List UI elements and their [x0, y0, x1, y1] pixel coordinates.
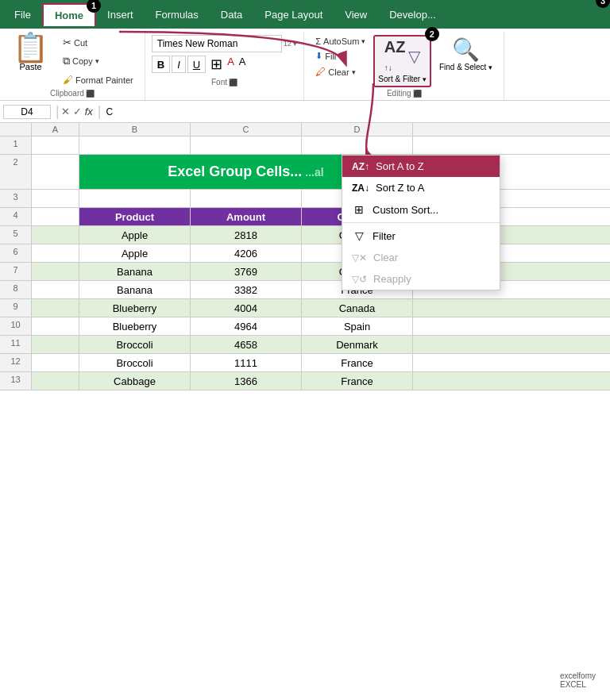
- format-painter-label: Format Painter: [75, 75, 133, 85]
- editing-arrow[interactable]: ⬛: [413, 90, 422, 98]
- font-group: 12 ▾ B I U ⊞ A A Font ⬛: [145, 32, 305, 100]
- cell-7c[interactable]: 3769: [191, 263, 302, 280]
- sort-filter-button[interactable]: AZ↑↓ ▽ Sort & Filter ▾: [373, 35, 431, 87]
- cell-1c[interactable]: [191, 137, 302, 154]
- font-label: Font ⬛: [152, 76, 298, 89]
- row-num-12: 12: [0, 354, 32, 371]
- cell-6a[interactable]: [32, 244, 79, 262]
- col-header-a[interactable]: A: [32, 123, 79, 136]
- cell-10b[interactable]: Blueberry: [79, 317, 191, 335]
- copy-icon: ⧉: [63, 55, 70, 67]
- formula-input[interactable]: [103, 106, 608, 118]
- format-painter-button[interactable]: 🖌 Format Painter: [58, 72, 138, 87]
- cell-4c-amount[interactable]: Amount: [191, 208, 302, 225]
- cell-ref[interactable]: D4: [3, 105, 51, 119]
- custom-sort-icon: ⊞: [352, 203, 366, 216]
- cell-4a[interactable]: [32, 208, 79, 225]
- tab-formulas[interactable]: Formulas: [145, 4, 210, 25]
- cell-8c[interactable]: 3382: [191, 281, 302, 298]
- cell-4b-product[interactable]: Product: [79, 208, 191, 225]
- cell-6b[interactable]: Apple: [79, 244, 191, 262]
- row-num-9: 9: [0, 299, 32, 317]
- cell-3a[interactable]: [32, 190, 79, 207]
- cell-12d[interactable]: France: [302, 354, 413, 371]
- row-1: 1: [0, 137, 610, 155]
- cell-11a[interactable]: [32, 336, 79, 353]
- cell-2a[interactable]: [32, 155, 79, 189]
- cell-12b[interactable]: Broccoli: [79, 354, 191, 371]
- cell-9d[interactable]: Canada: [302, 299, 413, 317]
- cell-12a[interactable]: [32, 354, 79, 371]
- cancel-formula-icon[interactable]: ✕: [61, 106, 70, 117]
- font-color-btn[interactable]: A: [239, 56, 246, 73]
- cell-3c[interactable]: [191, 190, 302, 207]
- cell-13d[interactable]: France: [302, 372, 413, 390]
- cell-8b[interactable]: Banana: [79, 281, 191, 298]
- tab-file[interactable]: File: [3, 4, 42, 25]
- cell-1d[interactable]: [302, 137, 413, 154]
- border-btn[interactable]: ⊞: [210, 56, 222, 73]
- cell-5b[interactable]: Apple: [79, 226, 191, 244]
- italic-button[interactable]: I: [172, 56, 186, 73]
- row-num-1: 1: [0, 137, 32, 154]
- cell-7b[interactable]: Banana: [79, 263, 191, 280]
- cell-5c[interactable]: 2818: [191, 226, 302, 244]
- row-num-7: 7: [0, 263, 32, 280]
- fill-color-btn[interactable]: A: [227, 56, 234, 73]
- cell-13c[interactable]: 1366: [191, 372, 302, 390]
- tab-home[interactable]: Home 1: [42, 3, 96, 26]
- tab-insert[interactable]: Insert: [96, 4, 145, 25]
- dropdown-filter[interactable]: ▽ Filter: [342, 225, 500, 247]
- cell-11d[interactable]: Denmark: [302, 336, 413, 353]
- tab-view[interactable]: View: [334, 4, 378, 25]
- cell-11b[interactable]: Broccoli: [79, 336, 191, 353]
- tab-page-layout[interactable]: Page Layout: [253, 4, 334, 25]
- cell-1b[interactable]: [79, 137, 191, 154]
- dropdown-reapply: ▽↺ Reapply: [342, 268, 500, 290]
- autosum-button[interactable]: Σ AutoSum ▾: [311, 35, 370, 48]
- cell-9b[interactable]: Blueberry: [79, 299, 191, 317]
- cell-9a[interactable]: [32, 299, 79, 317]
- paste-button[interactable]: 📋 Paste: [6, 32, 55, 87]
- dropdown-sort-a-to-z[interactable]: AZ↑ Sort A to Z: [342, 156, 500, 177]
- col-header-d[interactable]: D: [302, 123, 413, 136]
- cell-12c[interactable]: 1111: [191, 354, 302, 371]
- bold-button[interactable]: B: [152, 56, 170, 73]
- confirm-formula-icon[interactable]: ✓: [73, 106, 82, 117]
- autosum-label: AutoSum: [323, 37, 359, 46]
- sort-za-icon: ZA↓: [352, 183, 369, 194]
- cell-10c[interactable]: 4964: [191, 317, 302, 335]
- cell-1a[interactable]: [32, 137, 79, 154]
- fill-button[interactable]: ⬇ Fill ▾: [311, 49, 370, 63]
- clipboard-group: 📋 Paste ✂ Cut ⧉ Copy ▾ 🖌 Format: [0, 32, 145, 100]
- dropdown-custom-sort[interactable]: ⊞ Custom Sort...: [342, 198, 500, 221]
- font-arrow[interactable]: ⬛: [229, 79, 237, 87]
- cell-10a[interactable]: [32, 317, 79, 335]
- cell-7a[interactable]: [32, 263, 79, 280]
- clear-button[interactable]: 🖊 Clear ▾: [311, 64, 370, 79]
- watermark: excelfomyEXCEL: [554, 668, 602, 692]
- tab-develop[interactable]: Develop...: [378, 4, 447, 25]
- cell-10d[interactable]: Spain: [302, 317, 413, 335]
- cell-13a[interactable]: [32, 372, 79, 390]
- copy-button[interactable]: ⧉ Copy ▾: [58, 53, 138, 69]
- col-header-c[interactable]: C: [191, 123, 302, 136]
- fill-icon: ⬇: [315, 51, 322, 61]
- col-header-b[interactable]: B: [79, 123, 191, 136]
- cell-11c[interactable]: 4658: [191, 336, 302, 353]
- underline-button[interactable]: U: [187, 56, 206, 73]
- cut-button[interactable]: ✂ Cut: [58, 35, 138, 50]
- cell-9c[interactable]: 4004: [191, 299, 302, 317]
- dropdown-sort-z-to-a[interactable]: ZA↓ Sort Z to A: [342, 177, 500, 198]
- tab-data[interactable]: Data: [210, 4, 253, 25]
- clipboard-arrow[interactable]: ⬛: [86, 90, 95, 98]
- find-select-button[interactable]: 🔍 Find & Select ▾: [434, 35, 497, 74]
- cell-6c[interactable]: 4206: [191, 244, 302, 262]
- font-name-input[interactable]: [152, 35, 282, 52]
- cell-5a[interactable]: [32, 226, 79, 244]
- cell-3b[interactable]: [79, 190, 191, 207]
- font-size-box[interactable]: 12 ▾: [284, 40, 298, 48]
- cell-8a[interactable]: [32, 281, 79, 298]
- fill-label: Fill: [325, 52, 336, 61]
- cell-13b[interactable]: Cabbage: [79, 372, 191, 390]
